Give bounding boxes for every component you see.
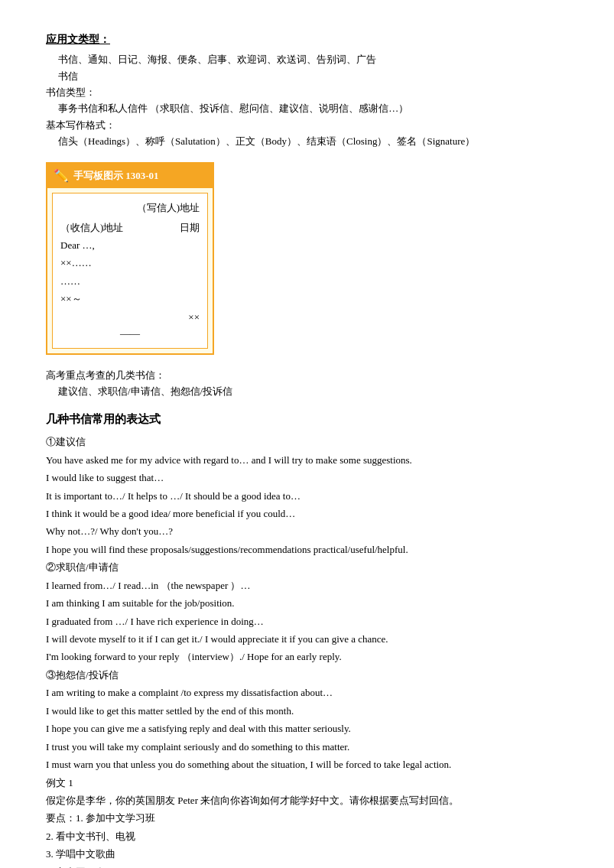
s3-line-2: I hope you can give me a satisfying repl…	[46, 720, 568, 736]
handwriting-inner: （写信人)地址 （收信人)地址 日期 Dear …, ××…… …… ××～ ×…	[52, 193, 208, 349]
gaokao-label: 高考重点考查的几类书信：	[46, 367, 568, 383]
s1-line-5: I hope you will find these proposals/sug…	[46, 541, 568, 558]
point4: 4. 交中国朋友	[46, 864, 568, 868]
recipient-address: （收信人)地址	[60, 219, 123, 236]
point3: 3. 学唱中文歌曲	[46, 846, 568, 862]
dots4: ××	[188, 309, 200, 325]
gaokao-types: 建议信、求职信/申请信、抱怨信/投诉信	[58, 383, 568, 399]
recipient-date-row: （收信人)地址 日期	[60, 219, 200, 236]
s3-line-4: I must warn you that unless you do somet…	[46, 756, 568, 772]
s1-line-0: You have asked me for my advice with reg…	[46, 452, 568, 468]
handwriting-header-label: 手写板图示 1303-01	[73, 167, 159, 184]
letter-types-label: 书信类型：	[46, 84, 568, 100]
s1-line-3: I think it would be a good idea/ more be…	[46, 506, 568, 522]
pen-icon: ✏️	[54, 166, 69, 186]
closing-line: ——	[120, 325, 140, 341]
s1-label: ①建议信	[46, 434, 568, 450]
sender-address-row: （写信人)地址	[60, 200, 200, 216]
section2-title: 几种书信常用的表达式	[46, 410, 568, 429]
s2-line-4: I'm looking forward to your reply （inter…	[46, 649, 568, 665]
s2-label: ②求职信/申请信	[46, 559, 568, 575]
s1-line-2: It is important to…/ It helps to …/ It s…	[46, 488, 568, 504]
letter-types-content: 事务书信和私人信件 （求职信、投诉信、慰问信、建议信、说明信、感谢信…）	[58, 100, 568, 116]
s1-line-1: I would like to suggest that…	[46, 470, 568, 486]
s3-line-1: I would like to get this matter settled …	[46, 703, 568, 719]
format-label: 基本写作格式：	[46, 117, 568, 133]
example-label: 例文 1	[46, 775, 568, 791]
points-label: 要点：1. 参加中文学习班	[46, 810, 568, 826]
section-title: 应用文类型：	[46, 31, 568, 48]
s2-line-2: I graduated from …/ I have rich experien…	[46, 613, 568, 629]
s3-line-3: I trust you will take my complaint serio…	[46, 739, 568, 755]
s1-line-4: Why not…?/ Why don't you…?	[46, 523, 568, 539]
date-label: 日期	[180, 219, 200, 236]
format-content: 信头（Headings）、称呼（Salutation）、正文（Body）、结束语…	[58, 133, 568, 149]
types-line2: 书信	[58, 68, 568, 84]
dots3: ××～	[60, 291, 200, 307]
s2-line-0: I learned from…/ I read…in （the newspape…	[46, 577, 568, 593]
dots2: ……	[60, 273, 200, 289]
types-line1: 书信、通知、日记、海报、便条、启事、欢迎词、欢送词、告别词、广告	[58, 51, 568, 67]
dots1: ××……	[60, 255, 200, 271]
dear-line: Dear …,	[60, 237, 200, 253]
s3-label: ③抱怨信/投诉信	[46, 667, 568, 683]
point2: 2. 看中文书刊、电视	[46, 828, 568, 844]
s2-line-3: I will devote myself to it if I can get …	[46, 631, 568, 647]
example-intro: 假定你是李华，你的英国朋友 Peter 来信向你咨询如何才能学好中文。请你根据要…	[46, 792, 568, 808]
s2-line-1: I am thinking I am suitable for the job/…	[46, 595, 568, 611]
sender-address: （写信人)地址	[137, 200, 200, 216]
handwriting-header: ✏️ 手写板图示 1303-01	[47, 164, 213, 188]
handwriting-box: ✏️ 手写板图示 1303-01 （写信人)地址 （收信人)地址 日期 Dear…	[46, 162, 214, 355]
main-content: 应用文类型： 书信、通知、日记、海报、便条、启事、欢迎词、欢送词、告别词、广告 …	[46, 31, 568, 868]
s3-line-0: I am writing to make a complaint /to exp…	[46, 684, 568, 701]
